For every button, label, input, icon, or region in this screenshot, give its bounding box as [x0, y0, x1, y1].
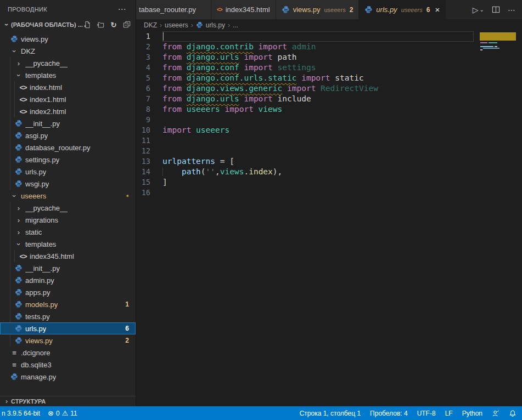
line-content[interactable]: import useeers	[162, 125, 474, 135]
more-actions-icon[interactable]: ⋯	[508, 5, 515, 14]
indent-guide	[10, 214, 14, 226]
refresh-icon[interactable]: ↻	[109, 20, 118, 29]
html-icon: <>	[19, 252, 27, 260]
tab-label: urls.py	[376, 5, 397, 14]
eol-status[interactable]: LF	[445, 410, 453, 417]
tree-item--pycache-[interactable]: ›__pycache__	[0, 57, 136, 69]
tree-item--pycache-[interactable]: ›__pycache__	[0, 202, 136, 214]
python-icon	[14, 313, 23, 321]
tree-item-tests-py[interactable]: tests.py	[0, 310, 136, 322]
tree-item-index-html[interactable]: <>index.html	[0, 81, 136, 93]
encoding-status[interactable]: UTF-8	[417, 410, 436, 417]
code-token: from	[162, 73, 187, 82]
code-editor[interactable]: 12from django.contrib import admin3from …	[136, 31, 522, 406]
line-content[interactable]	[162, 135, 474, 146]
tree-item-migrations[interactable]: ›migrations	[0, 214, 136, 226]
new-folder-icon[interactable]	[96, 20, 105, 29]
tab-tabase-roouter-py[interactable]: tabase_roouter.py	[136, 0, 211, 19]
code-line-15: 15]	[136, 177, 522, 188]
tree-item-database-roouter-py[interactable]: database_roouter.py	[0, 141, 136, 154]
tree-item-views-py[interactable]: views.py2	[0, 334, 136, 347]
language-mode-status[interactable]: Python	[462, 410, 482, 417]
tree-item-admin-py[interactable]: admin.py	[0, 274, 136, 286]
tab-urls-py[interactable]: urls.pyuseeers6×	[359, 0, 446, 19]
more-actions-icon[interactable]: ⋯	[116, 4, 128, 14]
minimap-line	[495, 46, 497, 47]
line-number: 2	[136, 42, 162, 52]
line-content[interactable]: from django.urls import include	[162, 94, 474, 104]
line-content[interactable]: from django.views.generic import Redirec…	[162, 83, 474, 94]
line-content[interactable]	[162, 31, 474, 42]
problem-count-badge: 6	[125, 325, 129, 332]
tree-item-templates[interactable]: ›templates	[0, 69, 136, 81]
breadcrumb-item[interactable]: urls.py	[206, 21, 225, 29]
tree-item-dkz[interactable]: ›DKZ	[0, 45, 136, 57]
tree-item-index1-html[interactable]: <>index1.html	[0, 93, 136, 105]
tree-item-manage-py[interactable]: manage.py	[0, 371, 136, 383]
tree-item--init-py[interactable]: __init__.py	[0, 117, 136, 129]
line-content[interactable]: from django.urls import path	[162, 52, 474, 63]
problems-status[interactable]: ⊗ 0 ⚠ 11	[48, 409, 77, 417]
notifications-bell-icon[interactable]	[509, 410, 517, 417]
tree-item-asgi-py[interactable]: asgi.py	[0, 129, 136, 141]
tab-views-py[interactable]: views.pyuseeers2	[276, 0, 360, 19]
split-editor-button[interactable]	[492, 5, 500, 14]
tree-item-urls-py[interactable]: urls.py6	[0, 322, 136, 334]
tree-item-label: __pycache__	[25, 204, 68, 212]
tree-item--init-py[interactable]: __init__.py	[0, 262, 136, 274]
tree-item-apps-py[interactable]: apps.py	[0, 286, 136, 298]
line-number: 16	[136, 188, 162, 198]
html-icon: <>	[19, 83, 27, 92]
line-content[interactable]	[162, 115, 474, 125]
minimap[interactable]	[479, 31, 518, 103]
tree-item--dcignore[interactable]: ≡.dcignore	[0, 347, 136, 359]
error-count: 0	[56, 410, 60, 417]
tree-item-index345-html[interactable]: <>index345.html	[0, 250, 136, 262]
line-content[interactable]	[162, 188, 474, 198]
line-content[interactable]	[162, 146, 474, 156]
tree-item-label: migrations	[25, 216, 58, 224]
editor-group: tabase_roouter.py<>index345.htmlviews.py…	[136, 0, 522, 406]
tab-description: useeers	[401, 7, 423, 13]
chevron-down-icon: ›	[15, 71, 23, 80]
tab-bar: tabase_roouter.py<>index345.htmlviews.py…	[136, 0, 522, 19]
outline-section-header[interactable]: › СТРУКТУРА	[0, 396, 136, 406]
python-version-status[interactable]: n 3.9.5 64-bit	[2, 410, 40, 417]
tree-item-wsgi-py[interactable]: wsgi.py	[0, 178, 136, 190]
line-content[interactable]: from django.conf import settings	[162, 63, 474, 73]
tree-item-static[interactable]: ›static	[0, 226, 136, 238]
breadcrumb-item[interactable]: DKZ	[144, 21, 157, 29]
workspace-section-header[interactable]: › (РАБОЧАЯ ОБЛАСТЬ) ... ↻	[0, 18, 136, 31]
line-content[interactable]: ]	[162, 177, 474, 188]
code-token: static	[335, 73, 363, 82]
feedback-icon[interactable]	[492, 410, 499, 417]
tree-item-db-sqlite3[interactable]: ≡db.sqlite3	[0, 359, 136, 371]
tree-item-urls-py[interactable]: urls.py	[0, 166, 136, 178]
line-content[interactable]: from django.conf.urls.static import stat…	[162, 73, 474, 83]
close-icon[interactable]: ×	[435, 5, 440, 14]
run-button[interactable]: ▷ ⌄	[473, 5, 484, 14]
tree-item-index2-html[interactable]: <>index2.html	[0, 105, 136, 117]
breadcrumb-item[interactable]: ...	[233, 21, 238, 29]
cursor-position-status[interactable]: Строка 1, столбец 1	[300, 410, 361, 417]
tree-item-views-py[interactable]: views.py	[0, 33, 136, 45]
minimap-line	[483, 48, 499, 49]
breadcrumb-item[interactable]: useeers	[165, 21, 188, 29]
code-token: import	[220, 105, 259, 113]
tree-item-models-py[interactable]: models.py1	[0, 298, 136, 310]
line-content[interactable]: urlpatterns = [	[162, 156, 474, 167]
new-file-icon[interactable]	[83, 20, 92, 29]
tree-item-useeers[interactable]: ›useeers●	[0, 190, 136, 202]
collapse-all-icon[interactable]	[122, 20, 131, 29]
line-content[interactable]: from django.contrib import admin	[162, 42, 474, 52]
line-content[interactable]: path('',views.index),	[162, 167, 474, 177]
explorer-sidebar: ПРОВОДНИК ⋯ › (РАБОЧАЯ ОБЛАСТЬ) ... ↻	[0, 0, 136, 406]
tree-item-settings-py[interactable]: settings.py	[0, 154, 136, 166]
indentation-status[interactable]: Пробелов: 4	[370, 410, 408, 417]
tab-index345-html[interactable]: <>index345.html	[211, 0, 276, 19]
code-token: index	[249, 167, 273, 176]
indent-guide	[10, 310, 14, 322]
line-content[interactable]: from useeers import views	[162, 104, 474, 115]
python-icon	[14, 156, 23, 164]
tree-item-templates[interactable]: ›templates	[0, 238, 136, 250]
